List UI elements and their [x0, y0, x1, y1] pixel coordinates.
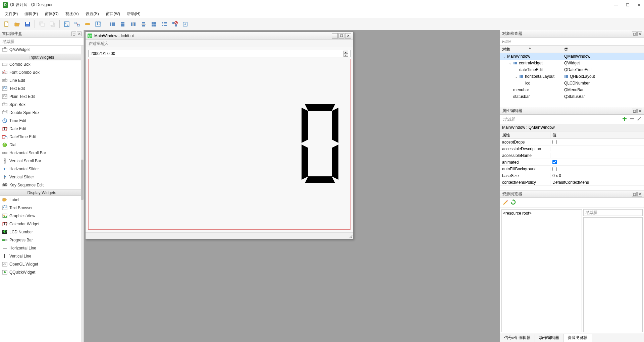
save-file-button[interactable]: [23, 19, 32, 29]
widget-item[interactable]: abcKey Sequence Edit: [0, 181, 84, 189]
object-tree-row[interactable]: menubarQMenuBar: [500, 87, 644, 93]
widget-item[interactable]: 1Spin Box: [0, 101, 84, 109]
resize-grip-icon[interactable]: [348, 234, 353, 238]
property-row[interactable]: acceptDrops: [500, 139, 644, 146]
widget-item[interactable]: 1.2Double Spin Box: [0, 109, 84, 117]
property-row[interactable]: autoFillBackground: [500, 166, 644, 172]
widget-item[interactable]: Label: [0, 196, 84, 204]
widget-item[interactable]: abLine Edit: [0, 76, 84, 84]
property-table[interactable]: 属性 值 acceptDropsaccessibleDescriptionacc…: [500, 131, 644, 190]
widget-item[interactable]: QQuickWidget: [0, 268, 84, 276]
widget-item[interactable]: Graphics View: [0, 212, 84, 220]
widget-item[interactable]: Vertical Scroll Bar: [0, 157, 84, 165]
horizontal-layout[interactable]: [88, 59, 351, 230]
remove-property-button[interactable]: [629, 116, 635, 123]
bottom-tab[interactable]: 资源浏览器: [564, 334, 592, 342]
widget-item[interactable]: AIText Browser: [0, 204, 84, 212]
object-tree-row[interactable]: ⌄centralwidgetQWidget: [500, 60, 644, 66]
layout-vertical-button[interactable]: [118, 19, 127, 29]
edit-resource-button[interactable]: [502, 199, 508, 206]
close-icon[interactable]: ✕: [637, 192, 642, 196]
edit-buddies-button[interactable]: [83, 19, 92, 29]
close-icon[interactable]: ✕: [637, 109, 642, 113]
minimize-button[interactable]: —: [614, 3, 619, 7]
widget-item[interactable]: Time Edit: [0, 117, 84, 125]
object-tree[interactable]: 对象 类 ▲ ⌄MainWindowQMainWindow⌄centralwid…: [500, 46, 644, 107]
add-property-button[interactable]: [621, 116, 628, 123]
break-layout-button[interactable]: [170, 19, 179, 29]
property-checkbox[interactable]: [552, 140, 557, 144]
widget-item[interactable]: Progress Bar: [0, 236, 84, 244]
design-menubar-input[interactable]: [86, 40, 353, 47]
widget-item[interactable]: QAxWidget: [0, 46, 84, 54]
design-central-widget[interactable]: 2000/1/1 0:00 ▲▼: [86, 47, 353, 232]
property-row[interactable]: accessibleDescription: [500, 146, 644, 152]
menu-item[interactable]: 窗体(O): [41, 10, 62, 17]
object-tree-row[interactable]: ⌄MainWindowQMainWindow: [500, 53, 644, 60]
designer-canvas[interactable]: Qt MainWindow - lcddt.ui — ☐ ✕ 2000/1/1 …: [84, 30, 500, 342]
widget-item[interactable]: Horizontal Line: [0, 244, 84, 252]
menu-item[interactable]: 窗口(W): [102, 10, 123, 17]
object-inspector-filter-input[interactable]: [500, 38, 644, 45]
widget-item[interactable]: Dial: [0, 141, 84, 149]
widget-item[interactable]: Horizontal Scroll Bar: [0, 149, 84, 157]
design-minimize-button[interactable]: —: [332, 33, 338, 39]
widget-item[interactable]: OpenGL Widget: [0, 260, 84, 268]
widget-item[interactable]: AIText Edit: [0, 84, 84, 93]
restore-icon[interactable]: ◻: [632, 192, 637, 196]
bottom-tab[interactable]: 信号/槽 编辑器: [500, 334, 535, 342]
design-maximize-button[interactable]: ☐: [338, 33, 344, 39]
design-window[interactable]: Qt MainWindow - lcddt.ui — ☐ ✕ 2000/1/1 …: [85, 32, 354, 239]
design-close-button[interactable]: ✕: [345, 33, 351, 39]
widget-item[interactable]: 12Calendar Widget: [0, 220, 84, 228]
settings-button[interactable]: [636, 116, 643, 123]
property-checkbox[interactable]: [552, 160, 557, 164]
widget-item[interactable]: Horizontal Slider: [0, 165, 84, 173]
property-col-value[interactable]: 值: [550, 131, 644, 138]
edit-tab-order-button[interactable]: 12: [93, 19, 103, 29]
widget-category-display[interactable]: Display Widgets: [0, 189, 84, 196]
widget-item[interactable]: Vertical Line: [0, 252, 84, 260]
widget-item[interactable]: Combo Box: [0, 60, 84, 68]
property-checkbox[interactable]: [552, 167, 557, 171]
menu-item[interactable]: 视图(V): [62, 10, 82, 17]
close-button[interactable]: ✕: [637, 3, 641, 7]
object-tree-col-class[interactable]: 类: [562, 46, 644, 53]
datetime-edit[interactable]: 2000/1/1 0:00 ▲▼: [88, 50, 351, 57]
tree-expand-icon[interactable]: ⌄: [508, 61, 512, 65]
widget-box-list[interactable]: QAxWidget Input Widgets Combo BoxAFont C…: [0, 46, 84, 342]
object-tree-row[interactable]: statusbarQStatusBar: [500, 93, 644, 100]
edit-widgets-button[interactable]: [62, 19, 71, 29]
resource-filter-input[interactable]: [583, 209, 643, 216]
widget-item[interactable]: AFont Combo Box: [0, 68, 84, 76]
reload-resource-button[interactable]: [510, 199, 516, 206]
layout-form-button[interactable]: [160, 19, 169, 29]
property-row[interactable]: accessibleName: [500, 152, 644, 159]
widget-item[interactable]: 12Date Edit: [0, 125, 84, 133]
layout-horizontal-button[interactable]: [108, 19, 117, 29]
property-col-name[interactable]: 属性: [500, 131, 550, 138]
spin-up-icon[interactable]: ▲: [343, 51, 348, 54]
new-file-button[interactable]: [2, 19, 11, 29]
widget-box-scroll-thumb[interactable]: [81, 160, 84, 200]
layout-grid-button[interactable]: [149, 19, 159, 29]
property-row[interactable]: animated: [500, 159, 644, 166]
property-row[interactable]: contextMenuPolicyDefaultContextMenu: [500, 179, 644, 186]
edit-signals-button[interactable]: [72, 19, 82, 29]
resource-root-item[interactable]: <resource root>: [503, 211, 580, 216]
maximize-button[interactable]: ☐: [625, 3, 630, 7]
layout-horiz-splitter-button[interactable]: [128, 19, 138, 29]
tree-expand-icon[interactable]: ⌄: [514, 75, 518, 78]
object-tree-row[interactable]: ⌄horizontalLayoutQHBoxLayout: [500, 73, 644, 80]
tree-expand-icon[interactable]: ⌄: [502, 55, 506, 58]
spin-down-icon[interactable]: ▼: [343, 54, 348, 57]
close-icon[interactable]: ✕: [77, 32, 82, 36]
restore-icon[interactable]: ◻: [71, 32, 76, 36]
property-filter-input[interactable]: [501, 115, 621, 124]
widget-category-input[interactable]: Input Widgets: [0, 54, 84, 60]
widget-item[interactable]: 42LCD Number: [0, 228, 84, 236]
property-row[interactable]: baseSize0 x 0: [500, 172, 644, 179]
widget-box-filter-input[interactable]: [0, 38, 84, 45]
restore-icon[interactable]: ◻: [632, 109, 637, 113]
menu-item[interactable]: 编辑(E): [21, 10, 41, 17]
